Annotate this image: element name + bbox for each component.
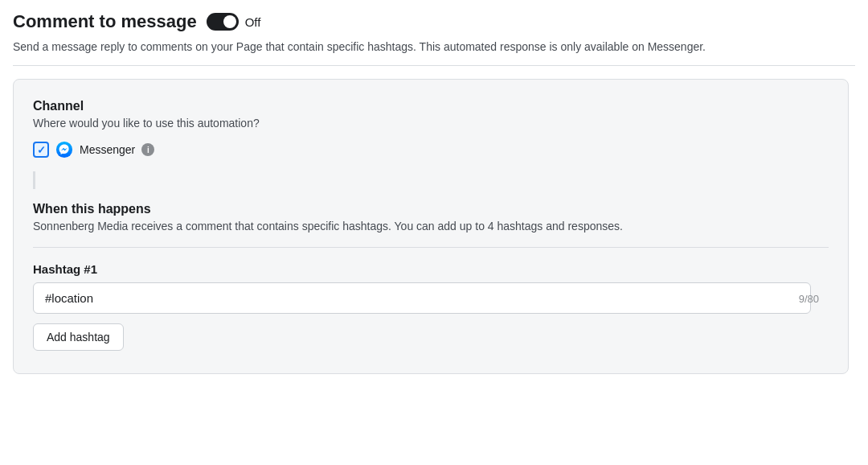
messenger-checkbox[interactable]: ✓ <box>33 142 49 158</box>
channel-section-desc: Where would you like to use this automat… <box>33 117 829 130</box>
add-hashtag-button[interactable]: Add hashtag <box>33 323 124 351</box>
comment-to-message-toggle[interactable] <box>207 13 239 31</box>
messenger-info-icon[interactable]: i <box>141 143 154 156</box>
page-title: Comment to message <box>13 11 197 32</box>
messenger-label: Messenger <box>80 143 135 156</box>
when-section-title: When this happens <box>33 202 829 216</box>
hashtag-label: Hashtag #1 <box>33 262 829 276</box>
toggle-wrapper: Off <box>207 13 261 31</box>
header-row: Comment to message Off <box>13 11 855 32</box>
section-inner-divider <box>33 171 829 189</box>
top-divider <box>13 65 855 66</box>
page-wrapper: Comment to message Off Send a message re… <box>0 0 868 385</box>
when-section-desc: Sonnenberg Media receives a comment that… <box>33 220 829 232</box>
checkbox-check-icon: ✓ <box>37 145 46 155</box>
main-card: Channel Where would you like to use this… <box>13 79 849 374</box>
toggle-state-label: Off <box>245 15 261 29</box>
channel-section-title: Channel <box>33 99 829 113</box>
hashtag-input-wrapper: 9/80 <box>33 282 829 314</box>
hashtag-input[interactable] <box>33 282 811 314</box>
when-bottom-divider <box>33 247 829 248</box>
page-subtitle: Send a message reply to comments on your… <box>13 39 855 56</box>
channel-row: ✓ Messenger i <box>33 141 829 158</box>
svg-point-0 <box>56 142 72 158</box>
messenger-icon <box>55 141 73 158</box>
toggle-knob <box>223 15 236 28</box>
when-section: When this happens Sonnenberg Media recei… <box>33 202 829 351</box>
channel-section: Channel Where would you like to use this… <box>33 99 829 158</box>
hashtag-char-count: 9/80 <box>799 292 819 304</box>
